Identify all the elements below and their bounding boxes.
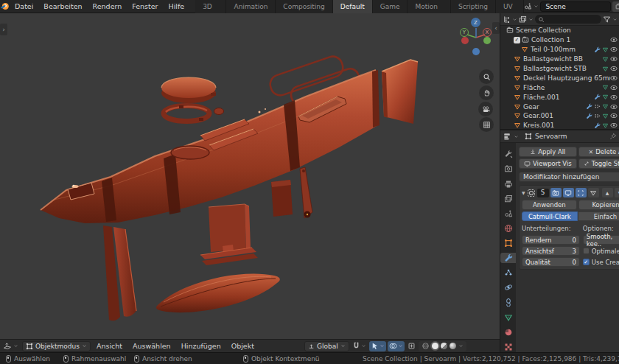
material-shading-icon[interactable] <box>441 343 447 349</box>
optimal-display-checkbox[interactable] <box>583 248 590 254</box>
editmode-visibility-toggle[interactable] <box>576 188 587 197</box>
viewport-visibility-toggle[interactable] <box>563 188 574 197</box>
apply-all-button[interactable]: Apply All <box>519 147 577 157</box>
visibility-eye-icon[interactable] <box>610 84 618 91</box>
tab-material[interactable] <box>500 326 516 337</box>
tab-physics[interactable] <box>500 282 516 293</box>
uv-smooth-dropdown[interactable]: Smooth, kee.. <box>583 235 619 245</box>
modifier-name-field[interactable]: S <box>537 189 549 197</box>
visibility-eye-icon[interactable] <box>610 103 618 111</box>
menu-ansicht[interactable]: Ansicht <box>92 342 127 350</box>
chevron-down-icon[interactable] <box>514 134 519 139</box>
chevron-down-icon[interactable] <box>534 4 539 9</box>
camera-view-button[interactable] <box>478 102 493 116</box>
outliner-item-kreis-001[interactable]: Kreis.001 <box>500 121 619 130</box>
modifier-wrench-icon[interactable] <box>586 103 592 110</box>
scene-name-field[interactable]: Scene <box>540 1 611 12</box>
outliner-item-collection-1[interactable]: ✓ Collection 1 <box>500 35 619 45</box>
modifier-wrench-icon[interactable] <box>594 122 601 129</box>
tab-tool[interactable] <box>500 149 516 160</box>
viewport-subdivisions-field[interactable]: Ansichtsf3 <box>522 246 580 256</box>
mesh-data-icon[interactable] <box>602 66 609 72</box>
outliner-item-teil-0-100mm[interactable]: Teil 0-100mm <box>500 45 619 55</box>
visibility-eye-icon[interactable] <box>610 36 618 43</box>
tab-constraints[interactable] <box>500 297 516 308</box>
simple-option[interactable]: Einfach <box>578 211 619 221</box>
gizmo-x-neg[interactable] <box>461 37 469 44</box>
mesh-data-icon[interactable] <box>602 113 609 119</box>
tab-default[interactable]: Default <box>333 0 373 13</box>
display-mode-icon[interactable] <box>519 15 527 24</box>
airfoil-part[interactable] <box>156 273 280 312</box>
overlays-toggle[interactable] <box>388 341 405 351</box>
visibility-eye-icon[interactable] <box>610 46 618 53</box>
render-visibility-toggle[interactable] <box>550 188 562 197</box>
vertex-groups-icon[interactable] <box>594 113 601 119</box>
modifier-wrench-icon[interactable] <box>594 46 601 53</box>
editor-type-icon[interactable] <box>3 342 12 351</box>
3d-viewport[interactable]: › ‹ Z Y X <box>0 13 500 339</box>
mesh-data-icon[interactable] <box>602 46 609 53</box>
gizmo-y-neg[interactable] <box>483 37 491 44</box>
toggle-stack-button[interactable]: Toggle Stack <box>578 158 619 169</box>
gizmo-box-toggle[interactable] <box>406 341 417 351</box>
scene-copy-button[interactable] <box>612 1 619 12</box>
menu-auswaehlen[interactable]: Auswählen <box>128 342 175 350</box>
mesh-data-icon[interactable] <box>602 103 609 110</box>
navigation-gizmo[interactable]: Z Y X <box>451 16 495 63</box>
collection-checkbox[interactable]: ✓ <box>514 37 520 43</box>
catmull-clark-option[interactable]: Catmull-Clark <box>522 211 578 221</box>
render-subdivisions-field[interactable]: Rendern0 <box>522 235 580 245</box>
tab-modifiers[interactable] <box>500 253 516 264</box>
hatch-ring[interactable] <box>164 105 209 122</box>
chevron-down-icon[interactable] <box>13 343 18 349</box>
menu-hinzufuegen[interactable]: Hinzufügen <box>177 342 225 350</box>
menu-bearbeiten[interactable]: Bearbeiten <box>38 0 87 13</box>
cage-toggle[interactable] <box>588 188 599 197</box>
mesh-data-icon[interactable] <box>602 94 609 100</box>
menu-objekt[interactable]: Objekt <box>227 342 259 350</box>
gizmo-y-axis[interactable]: Y <box>460 28 469 37</box>
stern-cone[interactable] <box>382 60 418 124</box>
chevron-down-icon[interactable] <box>458 343 464 349</box>
transform-orientation-selector[interactable]: Global <box>304 341 349 351</box>
optimal-display-checkbox-row[interactable]: Optimale A.. <box>583 246 619 256</box>
hatch-cover-disc[interactable] <box>161 77 216 103</box>
add-modifier-dropdown[interactable]: Modifikator hinzufügen <box>519 172 619 182</box>
mesh-data-icon[interactable] <box>602 122 609 129</box>
visibility-eye-icon[interactable] <box>610 65 618 72</box>
menu-fenster[interactable]: Fenster <box>127 0 163 13</box>
pan-hand-button[interactable] <box>479 85 494 100</box>
mount-plate[interactable] <box>200 204 258 265</box>
outliner-item-gear-001[interactable]: Gear.001 <box>500 111 619 121</box>
outliner-item-flaeche-001[interactable]: Fläche.001 <box>500 92 619 102</box>
outliner-search-input[interactable] <box>535 15 601 24</box>
filter-funnel-icon[interactable] <box>603 15 611 24</box>
vertex-groups-icon[interactable] <box>594 103 601 110</box>
mesh-data-icon[interactable] <box>602 56 609 63</box>
small-knob-part[interactable] <box>214 108 224 115</box>
tab-texture[interactable] <box>500 341 516 352</box>
tab-view-layer[interactable] <box>500 193 516 204</box>
ortho-grid-button[interactable] <box>479 117 494 132</box>
mesh-data-icon[interactable] <box>602 84 609 91</box>
modifier-wrench-icon[interactable] <box>586 113 592 119</box>
gizmo-z-neg[interactable] <box>472 48 480 55</box>
blender-logo-icon[interactable] <box>0 1 10 11</box>
zoom-button[interactable] <box>479 69 494 84</box>
properties-editor-icon[interactable] <box>503 133 511 140</box>
snap-toggle[interactable] <box>351 341 368 351</box>
outliner-item-deckel-hauptzugang[interactable]: Deckel Hauptzugang 65mm D <box>500 73 619 83</box>
outliner-item-flaeche[interactable]: Fläche <box>500 83 619 92</box>
tab-particles[interactable] <box>500 267 516 279</box>
tab-output[interactable] <box>500 178 516 189</box>
use-creases-checkbox-row[interactable]: ✓ Use Creases <box>583 257 619 267</box>
visibility-eye-icon[interactable] <box>610 122 618 129</box>
tab-3d-view-full[interactable]: 3D View Full <box>195 0 226 13</box>
move-up-button[interactable]: ▲ <box>602 188 613 197</box>
menu-hilfe[interactable]: Hilfe <box>164 0 190 13</box>
tab-scripting[interactable]: Scripting <box>451 0 496 13</box>
visibility-eye-icon[interactable] <box>610 94 618 101</box>
menu-rendern[interactable]: Rendern <box>88 0 127 13</box>
mode-selector[interactable]: Objektmodus <box>22 341 91 351</box>
